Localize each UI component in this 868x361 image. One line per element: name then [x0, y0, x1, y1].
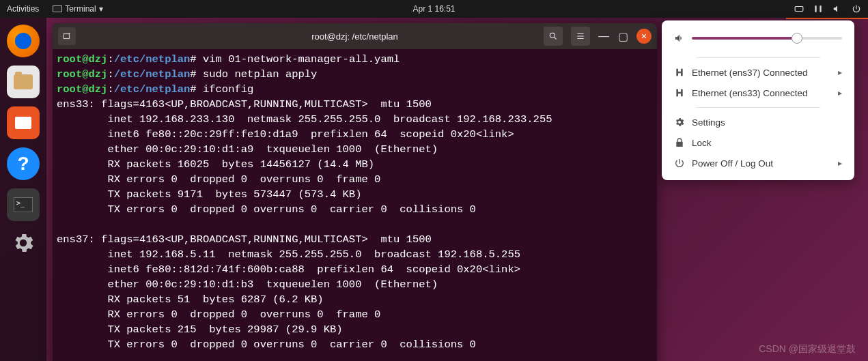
maximize-button[interactable]: ▢ [617, 31, 628, 42]
app-menu[interactable]: Terminal ▾ [53, 4, 102, 14]
menu-settings[interactable]: Settings [662, 112, 854, 132]
volume-fill [692, 37, 797, 40]
gear-icon [674, 117, 685, 128]
orange-strip [786, 18, 868, 19]
ifconfig-line: inet6 fe80::812d:741f:600b:ca88 prefixle… [57, 263, 520, 276]
terminal-window: root@dzj: /etc/netplan — ▢ root@dzj:/etc… [53, 23, 657, 361]
power-icon [674, 158, 685, 169]
dock-files[interactable] [7, 66, 40, 98]
dock-firefox[interactable] [7, 25, 40, 57]
dock-settings[interactable] [10, 229, 37, 257]
window-title: root@dzj: /etc/netplan [311, 31, 398, 42]
chevron-down-icon: ▾ [99, 4, 103, 14]
menu-item-label: Ethernet (ens33) Connected [692, 88, 808, 98]
svg-rect-1 [64, 34, 69, 39]
chevron-right-icon: ▸ [838, 158, 842, 168]
terminal-body[interactable]: root@dzj:/etc/netplan# vim 01-network-ma… [53, 49, 657, 361]
chevron-right-icon: ▸ [838, 68, 842, 77]
volume-row [662, 30, 854, 53]
menu-item-label: Lock [692, 138, 712, 148]
prompt-user: root@dzj [57, 53, 107, 66]
chevron-right-icon: ▸ [838, 88, 842, 98]
keyboard-icon [794, 4, 804, 14]
power-icon[interactable] [852, 4, 861, 14]
new-tab-button[interactable] [58, 27, 76, 45]
menu-separator [696, 57, 820, 58]
ifconfig-line: RX errors 0 dropped 0 overruns 0 frame 0 [57, 173, 380, 186]
cmd-text: vim 01-network-manager-all.yaml [203, 53, 400, 66]
menu-item-label: Settings [692, 117, 725, 128]
minimize-button[interactable]: — [598, 31, 609, 42]
volume-thumb[interactable] [792, 33, 802, 44]
titlebar[interactable]: root@dzj: /etc/netplan — ▢ [53, 23, 657, 49]
hamburger-button[interactable] [571, 27, 590, 46]
top-bar: Activities Terminal ▾ Apr 1 16:51 [0, 0, 868, 18]
activities-button[interactable]: Activities [7, 4, 39, 14]
ifconfig-line: ens37: flags=4163<UP,BROADCAST,RUNNING,M… [57, 233, 432, 246]
network-icon[interactable] [813, 4, 823, 14]
ifconfig-line: RX packets 51 bytes 6287 (6.2 KB) [57, 293, 324, 306]
ifconfig-line: TX errors 0 dropped 0 overruns 0 carrier… [57, 203, 476, 216]
menu-ethernet-ens33[interactable]: Ethernet (ens33) Connected ▸ [662, 83, 854, 103]
system-menu: Ethernet (ens37) Connected ▸ Ethernet (e… [662, 20, 854, 180]
speaker-icon [674, 33, 685, 44]
menu-power[interactable]: Power Off / Log Out ▸ [662, 153, 854, 173]
menu-lock[interactable]: Lock [662, 132, 854, 153]
ifconfig-line: inet 192.168.5.11 netmask 255.255.255.0 … [57, 248, 520, 261]
prompt-path: /etc/netplan [114, 68, 191, 81]
menu-item-label: Ethernet (ens37) Connected [692, 68, 808, 78]
network-icon [674, 87, 685, 98]
ifconfig-line: TX errors 0 dropped 0 overruns 0 carrier… [57, 338, 476, 351]
svg-rect-0 [795, 7, 803, 12]
ifconfig-line: inet 192.168.233.130 netmask 255.255.255… [57, 113, 552, 126]
dock-help[interactable]: ? [7, 147, 40, 180]
ifconfig-line: ens33: flags=4163<UP,BROADCAST,RUNNING,M… [57, 98, 432, 111]
terminal-icon [53, 5, 62, 12]
prompt-user: root@dzj [57, 83, 107, 96]
ifconfig-line: TX packets 9171 bytes 573447 (573.4 KB) [57, 188, 361, 201]
prompt-path: /etc/netplan [114, 83, 191, 96]
ifconfig-line: inet6 fe80::20c:29ff:fe10:d1a9 prefixlen… [57, 128, 514, 141]
volume-icon[interactable] [832, 4, 842, 14]
ifconfig-line: ether 00:0c:29:10:d1:b3 txqueuelen 1000 … [57, 278, 438, 291]
dock-software[interactable] [7, 106, 40, 139]
menu-separator [696, 107, 820, 108]
menu-ethernet-ens37[interactable]: Ethernet (ens37) Connected ▸ [662, 62, 854, 83]
ifconfig-line: ether 00:0c:29:10:d1:a9 txqueuelen 1000 … [57, 143, 438, 156]
close-button[interactable] [636, 29, 652, 44]
ifconfig-line: RX packets 16025 bytes 14456127 (14.4 MB… [57, 158, 374, 171]
watermark: CSDN @国家级退堂鼓 [759, 343, 856, 356]
search-button[interactable] [544, 27, 563, 46]
ifconfig-line: RX errors 0 dropped 0 overruns 0 frame 0 [57, 308, 380, 321]
dock: ? [0, 18, 46, 361]
menu-item-label: Power Off / Log Out [692, 158, 773, 169]
network-icon [674, 67, 685, 78]
cmd-text: sudo netplan apply [203, 68, 317, 81]
ifconfig-line: TX packets 215 bytes 29987 (29.9 KB) [57, 323, 343, 336]
app-menu-label: Terminal [65, 4, 96, 14]
svg-point-2 [550, 33, 555, 38]
prompt-path: /etc/netplan [114, 53, 191, 66]
lock-icon [674, 137, 685, 148]
clock[interactable]: Apr 1 16:51 [412, 4, 455, 14]
prompt-user: root@dzj [57, 68, 107, 81]
dock-terminal[interactable] [7, 188, 40, 221]
volume-slider[interactable] [692, 37, 842, 40]
cmd-text: ifconfig [203, 83, 253, 96]
